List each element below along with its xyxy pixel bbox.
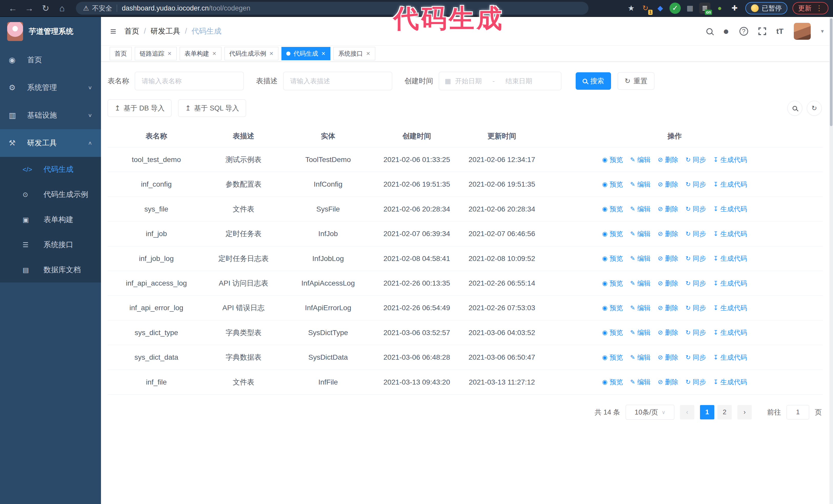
close-icon[interactable]: ✕ <box>167 51 172 56</box>
hamburger-icon[interactable]: ≡ <box>110 26 116 37</box>
ext-green-check[interactable]: ✓ <box>669 3 681 14</box>
browser-reload-icon[interactable]: ↻ <box>38 3 54 13</box>
table-row[interactable]: inf_api_access_logAPI 访问日志表InfApiAccessL… <box>108 271 823 295</box>
chevron-down-icon[interactable]: ▾ <box>821 28 824 34</box>
close-icon[interactable]: ✕ <box>366 51 371 56</box>
table-row[interactable]: inf_file文件表InfFile2021-03-13 09:43:20202… <box>108 370 823 394</box>
ext-grid[interactable]: ▦ <box>684 3 696 14</box>
table-row[interactable]: inf_job定时任务表InfJob2021-02-07 06:39:34202… <box>108 221 823 246</box>
close-icon[interactable]: ✕ <box>269 51 274 56</box>
action-同步[interactable]: ↻同步 <box>685 377 706 387</box>
action-生成代码[interactable]: ↧生成代码 <box>713 377 747 387</box>
sidebar-subitem-系统接口[interactable]: ☰系统接口 <box>0 232 101 257</box>
import-sql-button[interactable]: ↥ 基于 SQL 导入 <box>178 99 246 117</box>
action-删除[interactable]: ⊘删除 <box>658 253 678 264</box>
tab-系统接口[interactable]: 系统接口✕ <box>333 47 375 60</box>
table-row[interactable]: inf_config参数配置表InfConfig2021-02-06 19:51… <box>108 172 823 197</box>
ext-puzzle[interactable]: ✚ <box>729 3 740 14</box>
scrollbar-thumb[interactable] <box>830 19 832 126</box>
browser-forward-icon[interactable]: → <box>21 3 38 13</box>
action-预览[interactable]: ◉预览 <box>602 204 623 214</box>
sidebar-item-研发工具[interactable]: ⚒研发工具∧ <box>0 129 101 157</box>
action-预览[interactable]: ◉预览 <box>602 154 623 165</box>
action-生成代码[interactable]: ↧生成代码 <box>713 303 747 313</box>
browser-menu-icon[interactable]: ⋮ <box>815 5 823 12</box>
tab-链路追踪[interactable]: 链路追踪✕ <box>135 47 176 60</box>
action-同步[interactable]: ↻同步 <box>685 204 706 214</box>
table-row[interactable]: tool_test_demo测试示例表ToolTestDemo2021-02-0… <box>108 147 823 172</box>
breadcrumb-item-首页[interactable]: 首页 <box>124 26 139 37</box>
action-同步[interactable]: ↻同步 <box>685 352 706 362</box>
browser-home-icon[interactable]: ⌂ <box>54 3 70 13</box>
action-生成代码[interactable]: ↧生成代码 <box>713 204 747 214</box>
table-row[interactable]: sys_dict_data字典数据表SysDictData2021-03-06 … <box>108 345 823 370</box>
avatar[interactable] <box>794 23 811 40</box>
browser-back-icon[interactable]: ← <box>5 3 21 13</box>
github-icon[interactable]: ● <box>723 25 729 37</box>
action-编辑[interactable]: ✎编辑 <box>630 253 650 264</box>
sidebar-subitem-表单构建[interactable]: ▣表单构建 <box>0 207 101 232</box>
tab-代码生成示例[interactable]: 代码生成示例✕ <box>224 47 279 60</box>
refresh-table-button[interactable]: ↻ <box>807 101 822 116</box>
action-预览[interactable]: ◉预览 <box>602 179 623 189</box>
toggle-search-button[interactable] <box>787 101 802 116</box>
action-同步[interactable]: ↻同步 <box>685 179 706 189</box>
action-删除[interactable]: ⊘删除 <box>658 327 678 338</box>
reset-button[interactable]: ↻ 重置 <box>618 72 654 90</box>
action-删除[interactable]: ⊘删除 <box>658 229 678 239</box>
action-预览[interactable]: ◉预览 <box>602 352 623 362</box>
action-删除[interactable]: ⊘删除 <box>658 303 678 313</box>
action-删除[interactable]: ⊘删除 <box>658 377 678 387</box>
action-删除[interactable]: ⊘删除 <box>658 278 678 288</box>
bookmark-star-icon[interactable]: ★ <box>628 4 635 12</box>
header-search-icon[interactable] <box>706 28 713 34</box>
date-range-picker[interactable]: ▦ 开始日期 - 结束日期 <box>439 72 561 90</box>
next-page-button[interactable]: › <box>737 405 752 419</box>
table-row[interactable]: inf_job_log定时任务日志表InfJobLog2021-02-08 04… <box>108 246 823 271</box>
ext-green-bot[interactable]: ● <box>714 3 725 14</box>
fullscreen-icon[interactable] <box>758 27 766 35</box>
action-预览[interactable]: ◉预览 <box>602 229 623 239</box>
breadcrumb-item-研发工具[interactable]: 研发工具 <box>150 26 180 37</box>
action-编辑[interactable]: ✎编辑 <box>630 154 650 165</box>
profile-paused-badge[interactable]: 已暂停 <box>745 2 787 14</box>
table-name-input[interactable] <box>135 72 244 90</box>
action-生成代码[interactable]: ↧生成代码 <box>713 327 747 338</box>
action-预览[interactable]: ◉预览 <box>602 278 623 288</box>
action-生成代码[interactable]: ↧生成代码 <box>713 154 747 165</box>
page-button-1[interactable]: 1 <box>700 405 714 419</box>
close-icon[interactable]: ✕ <box>321 51 326 56</box>
search-button[interactable]: 搜索 <box>576 72 611 90</box>
action-生成代码[interactable]: ↧生成代码 <box>713 229 747 239</box>
action-编辑[interactable]: ✎编辑 <box>630 179 650 189</box>
ext-orange-refresh[interactable]: ↻1 <box>640 3 651 14</box>
sidebar-item-基础设施[interactable]: ▥基础设施∨ <box>0 101 101 129</box>
action-同步[interactable]: ↻同步 <box>685 229 706 239</box>
action-同步[interactable]: ↻同步 <box>685 253 706 264</box>
browser-scrollbar[interactable] <box>829 17 833 504</box>
action-预览[interactable]: ◉预览 <box>602 327 623 338</box>
help-icon[interactable]: ? <box>739 27 748 35</box>
action-预览[interactable]: ◉预览 <box>602 253 623 264</box>
action-同步[interactable]: ↻同步 <box>685 303 706 313</box>
sidebar-subitem-代码生成示例[interactable]: ⊙代码生成示例 <box>0 182 101 207</box>
import-db-button[interactable]: ↥ 基于 DB 导入 <box>108 99 171 117</box>
action-删除[interactable]: ⊘删除 <box>658 352 678 362</box>
action-预览[interactable]: ◉预览 <box>602 377 623 387</box>
logo[interactable]: 芋道管理系统 <box>0 17 101 46</box>
action-删除[interactable]: ⊘删除 <box>658 154 678 165</box>
action-编辑[interactable]: ✎编辑 <box>630 377 650 387</box>
action-编辑[interactable]: ✎编辑 <box>630 229 650 239</box>
action-预览[interactable]: ◉预览 <box>602 303 623 313</box>
action-生成代码[interactable]: ↧生成代码 <box>713 253 747 264</box>
action-删除[interactable]: ⊘删除 <box>658 179 678 189</box>
address-bar[interactable]: ⚠ 不安全 dashboard.yudao.iocoder.cn /tool/c… <box>76 2 589 15</box>
action-编辑[interactable]: ✎编辑 <box>630 327 650 338</box>
action-编辑[interactable]: ✎编辑 <box>630 204 650 214</box>
table-row[interactable]: sys_dict_type字典类型表SysDictType2021-03-06 … <box>108 320 823 345</box>
page-size-select[interactable]: 10条/页 ∨ <box>626 405 674 419</box>
action-删除[interactable]: ⊘删除 <box>658 204 678 214</box>
sidebar-subitem-代码生成[interactable]: </>代码生成 <box>0 157 101 182</box>
tab-表单构建[interactable]: 表单构建✕ <box>180 47 221 60</box>
action-生成代码[interactable]: ↧生成代码 <box>713 352 747 362</box>
